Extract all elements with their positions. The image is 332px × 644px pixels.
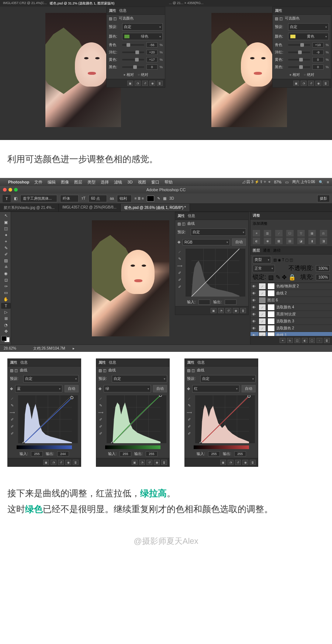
reset-icon[interactable]: ↺: [308, 81, 314, 86]
layer-row[interactable]: 👁⟋曲线 1: [250, 332, 332, 336]
adj-invert-icon[interactable]: ◪: [297, 238, 305, 244]
black-slider[interactable]: [288, 66, 310, 68]
color-dropdown[interactable]: 黄色: [288, 33, 329, 40]
close-button[interactable]: [3, 188, 7, 192]
pencil-tool[interactable]: ✎: [186, 402, 192, 408]
adj-photo-icon[interactable]: ◉: [264, 238, 271, 244]
doc-tab[interactable]: IMGL4357.CR2 @ 21.4%(C...: [3, 1, 47, 6]
menu-edit[interactable]: 编辑: [48, 179, 56, 185]
doc-tab[interactable]: 暖色.psd @ 31.2% (选取颜色 1, 图层蒙版/8): [50, 1, 114, 6]
footer-icon[interactable]: ▣: [127, 81, 133, 86]
tab-adjustments[interactable]: 调整: [253, 213, 260, 218]
clip-icon[interactable]: ◔: [139, 460, 145, 465]
adj-exposure-icon[interactable]: ☐: [286, 230, 294, 237]
menu-help[interactable]: 帮助: [165, 179, 173, 185]
footer-icon[interactable]: ▣: [293, 81, 299, 86]
smooth-tool[interactable]: ⟿: [98, 409, 104, 415]
layer-mask[interactable]: [267, 311, 275, 318]
adj-vibrance-icon[interactable]: ▽: [297, 230, 305, 237]
yellow-value[interactable]: [312, 57, 324, 62]
lock-icons[interactable]: ▧ ✎ ✥ 🔒: [268, 274, 295, 281]
tab-info[interactable]: 信息: [188, 213, 195, 218]
visibility-toggle[interactable]: 👁: [252, 333, 257, 336]
eyedropper-black[interactable]: ✐: [98, 416, 104, 422]
menu-file[interactable]: 文件: [34, 179, 42, 185]
visibility-icon[interactable]: ◉: [154, 460, 160, 465]
reset-icon[interactable]: ↺: [225, 308, 231, 313]
eyedropper-white[interactable]: ✐: [9, 430, 15, 436]
clip-icon[interactable]: ◔: [135, 81, 141, 86]
trash-icon[interactable]: 🗑: [73, 460, 79, 465]
eyedropper-white[interactable]: ✐: [186, 430, 192, 436]
tool-5[interactable]: ✎: [1, 245, 11, 251]
layer-name[interactable]: 图层 6: [267, 298, 331, 303]
trash-icon[interactable]: 🗑: [250, 460, 256, 465]
reset-icon[interactable]: ↺: [142, 81, 148, 86]
tab-info[interactable]: 信息: [20, 360, 28, 365]
doc-tab[interactable]: ... @ 21... × 4358(RG...: [169, 1, 203, 6]
adj-hsl-icon[interactable]: ▦: [308, 230, 316, 237]
reset-icon[interactable]: ↺: [146, 460, 152, 465]
input-value[interactable]: [198, 300, 210, 305]
tool-2[interactable]: ◫: [1, 226, 11, 231]
channel-dropdown[interactable]: RGB: [183, 239, 230, 245]
magenta-slider[interactable]: [122, 52, 144, 53]
smooth-tool[interactable]: ⟿: [186, 409, 192, 415]
adj-icon[interactable]: ◐: [302, 338, 308, 343]
smooth-tool[interactable]: ⟿: [177, 263, 183, 269]
visibility-toggle[interactable]: 👁: [252, 305, 257, 309]
layer-mask[interactable]: [267, 283, 275, 290]
reset-icon[interactable]: ↺: [58, 460, 64, 465]
visibility-icon[interactable]: ◉: [233, 308, 239, 313]
magenta-value[interactable]: [312, 50, 324, 55]
magenta-slider[interactable]: [288, 52, 310, 53]
toggle-icon[interactable]: ◧: [14, 196, 17, 200]
output-value[interactable]: [225, 300, 236, 305]
magenta-value[interactable]: [146, 50, 158, 55]
menu-3d[interactable]: 3D: [127, 180, 132, 184]
zoom-level[interactable]: 28.62%: [4, 346, 26, 350]
cyan-value[interactable]: [146, 42, 158, 48]
channel-dropdown[interactable]: 绿: [104, 385, 151, 392]
layer-name[interactable]: 曲线 2: [276, 291, 331, 296]
absolute-radio[interactable]: 绝对: [138, 72, 148, 77]
visibility-toggle[interactable]: 👁: [252, 284, 257, 288]
mask-icon[interactable]: ◫: [294, 338, 300, 343]
panel-icon[interactable]: ▦: [163, 196, 166, 200]
adj-bw-icon[interactable]: ◐: [253, 238, 260, 244]
visibility-icon[interactable]: ◉: [149, 81, 155, 86]
tool-8[interactable]: ≗: [1, 265, 11, 270]
clip-icon[interactable]: ◔: [228, 460, 234, 465]
layer-mask[interactable]: [267, 325, 275, 332]
color-dropdown[interactable]: 绿色: [122, 33, 163, 40]
layer-row[interactable]: 👁⟋选取颜色 3: [250, 318, 332, 325]
layer-name[interactable]: 色相/饱和度 2: [276, 284, 331, 289]
footer-icon[interactable]: ▣: [211, 308, 217, 313]
tab-properties[interactable]: 属性: [98, 360, 106, 365]
auto-button[interactable]: 自动: [153, 385, 167, 392]
sampler-icon[interactable]: ✥: [187, 387, 190, 391]
visibility-icon[interactable]: ◉: [315, 81, 321, 86]
fill-value[interactable]: 100%: [316, 274, 330, 280]
minimize-button[interactable]: [8, 188, 12, 192]
footer-icon[interactable]: ▣: [132, 460, 138, 465]
channel-dropdown[interactable]: 红: [192, 385, 239, 392]
pencil-tool[interactable]: ✎: [98, 402, 104, 408]
adj-curves-icon[interactable]: ⟋: [275, 230, 283, 237]
tool-18[interactable]: ✥: [1, 329, 11, 334]
layer-row[interactable]: 👁⟋亮度/对比度: [250, 311, 332, 318]
clip-icon[interactable]: ◔: [301, 81, 307, 86]
visibility-toggle[interactable]: 👁: [252, 291, 257, 295]
filter-icons[interactable]: ▧ ◉ T ▢ ◫: [273, 258, 293, 262]
visibility-toggle[interactable]: 👁: [252, 312, 257, 316]
preset-dropdown[interactable]: 自定: [112, 375, 167, 382]
menu-app[interactable]: Photoshop: [8, 180, 29, 184]
preset-dropdown[interactable]: 自定: [200, 375, 256, 382]
clip-icon[interactable]: ◔: [51, 460, 56, 465]
input-value[interactable]: [120, 451, 131, 456]
opacity-value[interactable]: 100%: [316, 265, 330, 272]
menu-view[interactable]: 视图: [138, 179, 146, 185]
adj-colbal-icon[interactable]: ⚖: [320, 230, 327, 237]
menu-icon[interactable]: ≡: [327, 180, 329, 184]
point-tool[interactable]: ⟋: [177, 249, 183, 255]
